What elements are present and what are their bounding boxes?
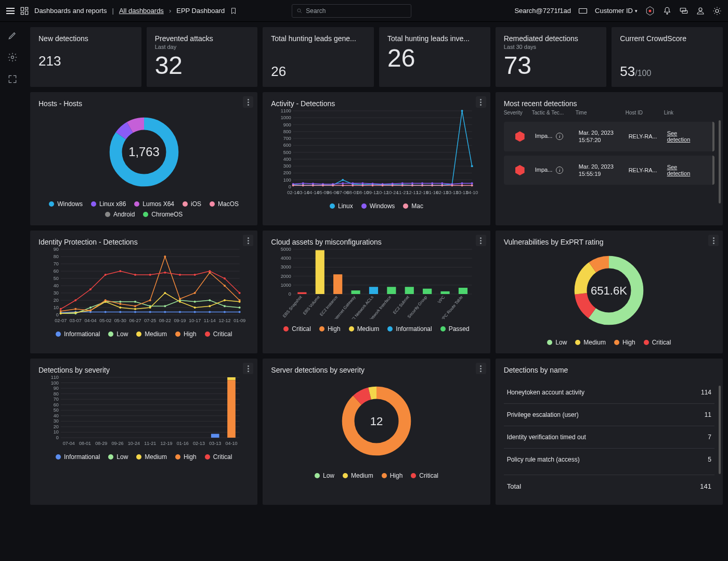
- expand-icon[interactable]: [7, 74, 18, 84]
- svg-point-182: [164, 305, 166, 307]
- svg-point-111: [302, 184, 304, 186]
- legend-item[interactable]: Linux x86: [91, 200, 126, 208]
- legend-item[interactable]: High: [614, 339, 635, 346]
- table-row[interactable]: Impa... iMar. 20, 202315:55:19RELY-RA...…: [504, 156, 714, 185]
- legend-item[interactable]: Mac: [403, 202, 423, 210]
- svg-text:03-07: 03-07: [70, 318, 82, 323]
- menu-button[interactable]: [243, 96, 253, 108]
- dashboards-icon[interactable]: [20, 6, 29, 16]
- svg-text:800: 800: [283, 129, 291, 134]
- legend-item[interactable]: High: [319, 325, 341, 333]
- info-icon[interactable]: i: [556, 133, 563, 140]
- list-item[interactable]: Policy rule match (access)5: [504, 448, 714, 470]
- legend-item[interactable]: Critical: [644, 339, 671, 346]
- legend-item[interactable]: Informational: [56, 330, 100, 338]
- chat-icon[interactable]: [679, 6, 688, 16]
- bookmark-icon[interactable]: [230, 7, 237, 15]
- menu-button[interactable]: [708, 235, 719, 246]
- legend-item[interactable]: Medium: [343, 472, 373, 479]
- legend-item[interactable]: Critical: [205, 330, 232, 338]
- gear-icon[interactable]: [7, 52, 18, 62]
- legend-item[interactable]: Low: [315, 472, 334, 479]
- user-icon[interactable]: [696, 6, 705, 16]
- svg-point-98: [362, 182, 364, 184]
- search-icon: [296, 8, 303, 14]
- detection-link[interactable]: See detection: [667, 130, 698, 143]
- legend-item[interactable]: Low: [108, 453, 128, 461]
- kpi-subtitle: Last 30 days: [504, 44, 599, 50]
- legend-item[interactable]: Low: [547, 339, 567, 346]
- scrollbar[interactable]: [719, 386, 721, 474]
- hosts-donut: 1,763: [100, 108, 188, 196]
- dashboard-grid: New detections 213 Prevented attacks Las…: [25, 22, 728, 510]
- legend-item[interactable]: High: [175, 453, 197, 461]
- legend-item[interactable]: Medium: [349, 325, 380, 333]
- svg-text:500: 500: [283, 150, 291, 155]
- legend-item[interactable]: High: [175, 330, 197, 338]
- legend-item[interactable]: Android: [105, 211, 135, 218]
- legend-item[interactable]: MacOS: [210, 200, 239, 208]
- svg-point-222: [179, 274, 181, 276]
- svg-point-11: [667, 13, 668, 14]
- svg-point-119: [382, 184, 384, 186]
- svg-text:110: 110: [51, 375, 59, 380]
- legend-item[interactable]: Critical: [205, 453, 232, 461]
- list-item[interactable]: Privilege escalation (user)11: [504, 403, 714, 426]
- network-icon[interactable]: [645, 6, 655, 16]
- scrollbar[interactable]: [719, 120, 721, 203]
- legend-item[interactable]: ChromeOS: [143, 211, 183, 218]
- svg-point-184: [194, 301, 196, 303]
- table-header: SeverityTactic & Tec...TimeHost IDLink: [504, 108, 714, 118]
- bell-icon[interactable]: [662, 6, 672, 16]
- legend-item[interactable]: Windows: [361, 202, 395, 210]
- customer-id-dropdown[interactable]: Customer ID▾: [595, 7, 638, 15]
- legend-item[interactable]: Medium: [136, 453, 167, 461]
- svg-point-213: [239, 299, 241, 301]
- legend-item[interactable]: Informational: [56, 453, 100, 461]
- svg-text:Security Group: Security Group: [407, 295, 428, 319]
- menu-button[interactable]: [243, 235, 253, 246]
- breadcrumb-root[interactable]: All dashboards: [119, 7, 164, 15]
- svg-text:60: 60: [54, 402, 59, 407]
- info-icon[interactable]: i: [556, 167, 563, 174]
- time-cell: Mar. 20, 202315:55:19: [579, 163, 627, 178]
- legend-item[interactable]: Critical: [283, 325, 311, 333]
- table-row[interactable]: Impa... iMar. 20, 202315:57:20RELY-RA...…: [504, 122, 714, 151]
- svg-point-179: [119, 301, 121, 303]
- kpi-hunting-generated: Total hunting leads gene... 26: [263, 27, 374, 87]
- legend-item[interactable]: High: [382, 472, 403, 479]
- legend-item[interactable]: Informational: [387, 325, 432, 333]
- svg-point-15: [716, 9, 719, 12]
- legend-item[interactable]: Linux: [330, 202, 353, 210]
- detection-link[interactable]: See detection: [667, 164, 698, 176]
- legend-item[interactable]: Low: [108, 330, 128, 338]
- svg-text:20: 20: [54, 424, 59, 429]
- legend-item[interactable]: iOS: [183, 200, 201, 208]
- search-input[interactable]: Search: [292, 4, 411, 18]
- legend-item[interactable]: Windows: [49, 200, 83, 208]
- svg-rect-258: [459, 288, 467, 294]
- menu-button[interactable]: [476, 235, 486, 246]
- legend-item[interactable]: Critical: [411, 472, 438, 479]
- hamburger-icon[interactable]: [6, 8, 15, 14]
- kpi-remediated: Remediated detections Last 30 days 73: [496, 27, 607, 87]
- svg-text:11-21: 11-21: [144, 441, 156, 446]
- menu-button[interactable]: [476, 96, 486, 108]
- legend-item[interactable]: Lumos X64: [134, 200, 174, 208]
- list-item[interactable]: Identity verification timed out7: [504, 426, 714, 448]
- svg-text:10-17: 10-17: [189, 318, 201, 323]
- svg-point-109: [471, 182, 473, 184]
- legend-item[interactable]: Medium: [575, 339, 606, 346]
- list-item[interactable]: Honeytoken account activity114: [504, 381, 714, 403]
- menu-button[interactable]: [476, 363, 486, 374]
- edit-icon[interactable]: [7, 30, 18, 41]
- legend-item[interactable]: Passed: [440, 325, 470, 333]
- svg-point-225: [224, 277, 226, 279]
- svg-point-192: [119, 307, 121, 309]
- theme-icon[interactable]: [712, 6, 722, 16]
- svg-point-202: [74, 308, 76, 310]
- menu-button[interactable]: [243, 363, 253, 374]
- svg-line-22: [714, 13, 715, 14]
- keyboard-icon[interactable]: [578, 6, 588, 16]
- legend-item[interactable]: Medium: [136, 330, 167, 338]
